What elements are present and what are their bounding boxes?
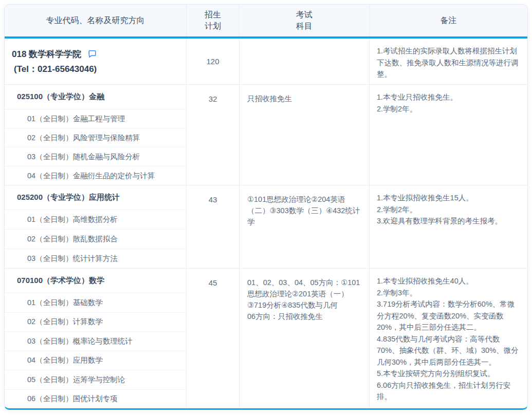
program-section-025100: 025100（专业学位）金融 01（全日制）金融工程与管理 02（全日制）风险管… xyxy=(5,84,527,185)
table-header: 专业代码、名称及研究方向 招生 计划 考试 科目 备注 xyxy=(5,5,527,39)
admissions-table: 专业代码、名称及研究方向 招生 计划 考试 科目 备注 018 数学科学学院 (… xyxy=(4,4,528,410)
department-remarks-cell: 1.考试招生的实际录取人数将根据招生计划下达数、推免录取人数和生源情况等进行调整… xyxy=(369,39,527,84)
exam-line: ①101思想政治理论②204英语（二）③303数学（三）④432统计学 xyxy=(247,194,362,228)
remark-line: 2.学制2年。 xyxy=(377,103,521,115)
direction-row: 05（全日制）运筹学与控制论 xyxy=(5,370,186,390)
department-tel: (Tel：021-65643046) xyxy=(12,63,181,75)
remark-line: 2.学制2年。 xyxy=(377,204,521,216)
direction-row: 02（全日制）风险管理与保险精算 xyxy=(5,128,186,147)
direction-row: 01（全日制）基础数学 xyxy=(5,293,186,313)
direction-row: 04（全日制）应用数学 xyxy=(5,351,186,371)
program-remarks-cell: 1.本专业拟招收推免生40人。 2.学制3年。 3.719分析考试内容：数学分析… xyxy=(369,269,527,408)
program-plan: 43 xyxy=(186,185,239,268)
department-exam-cell xyxy=(239,39,369,84)
direction-row: 02（全日制）散乱数据拟合 xyxy=(5,230,186,249)
program-plan: 32 xyxy=(186,85,239,185)
header-col-plan: 招生 计划 xyxy=(186,5,239,36)
program-remarks-cell: 1.本专业只招收推免生。 2.学制2年。 xyxy=(369,85,527,185)
program-directions: 025100（专业学位）金融 01（全日制）金融工程与管理 02（全日制）风险管… xyxy=(5,85,186,185)
program-exam-cell: ①101思想政治理论②204英语（二）③303数学（三）④432统计学 xyxy=(239,185,369,268)
program-exam-cell: 01、02、03、04、05方向：①101思想政治理论②201英语（一）③719… xyxy=(239,269,369,408)
remark-line: 2.学制3年。 xyxy=(377,287,521,299)
remark-line: 1.本专业拟招收推免生15人。 xyxy=(377,192,521,204)
program-section-025200: 025200（专业学位）应用统计 01（全日制）高维数据分析 02（全日制）散乱… xyxy=(5,185,527,268)
remark-line: 4.835代数与几何考试内容：高等代数70%、抽象代数（群、环、域）30%、微分… xyxy=(377,333,521,368)
department-cell: 018 数学科学学院 (Tel：021-65643046) xyxy=(5,39,186,84)
exam-line: 06方向：只招收推免生 xyxy=(247,311,362,322)
program-directions: 025200（专业学位）应用统计 01（全日制）高维数据分析 02（全日制）散乱… xyxy=(5,185,186,268)
program-plan: 45 xyxy=(186,269,239,408)
program-section-070100: 070100（学术学位）数学 01（全日制）基础数学 02（全日制）计算数学 0… xyxy=(5,268,527,408)
remark-line: 1.本专业只招收推免生。 xyxy=(377,91,521,103)
remark-line: 1.本专业拟招收推免生40人。 xyxy=(377,275,521,287)
remark-line: 3.719分析考试内容：数学分析60%、常微分方程20%、复变函数20%、实变函… xyxy=(377,298,521,333)
program-title: 070100（学术学位）数学 xyxy=(5,269,186,293)
exam-line: 只招收推免生 xyxy=(247,93,362,104)
direction-row: 06（全日制）国优计划专项 xyxy=(5,390,186,409)
comment-bubble-icon[interactable] xyxy=(87,49,97,59)
department-title: 018 数学科学学院 xyxy=(12,48,81,60)
remark-line: 5.本专业按研究方向分别组织复试。 xyxy=(377,368,521,380)
remark-line: 3.欢迎具有数理学科背景的考生报考。 xyxy=(377,215,521,227)
direction-row: 01（全日制）金融工程与管理 xyxy=(5,109,186,128)
remark-line: 1.考试招生的实际录取人数将根据招生计划下达数、推免录取人数和生源情况等进行调整… xyxy=(377,45,521,80)
remark-line: 6.06方向只招收推免生，招生计划另行安排。 xyxy=(377,380,521,403)
exam-line: 01、02、03、04、05方向：①101思想政治理论②201英语（一）③719… xyxy=(247,277,362,311)
direction-row: 01（全日制）高维数据分析 xyxy=(5,210,186,230)
header-col-exam: 考试 科目 xyxy=(239,5,369,36)
header-col-remarks: 备注 xyxy=(369,5,527,36)
program-exam-cell: 只招收推免生 xyxy=(239,85,369,185)
direction-row: 03（全日制）随机金融与风险分析 xyxy=(5,147,186,166)
program-title: 025100（专业学位）金融 xyxy=(5,85,186,109)
department-row: 018 数学科学学院 (Tel：021-65643046) 120 1.考试招生… xyxy=(5,39,527,84)
direction-row: 02（全日制）计算数学 xyxy=(5,313,186,332)
direction-row: 04（全日制）金融衍生品的定价与计算 xyxy=(5,166,186,185)
program-remarks-cell: 1.本专业拟招收推免生15人。 2.学制2年。 3.欢迎具有数理学科背景的考生报… xyxy=(369,185,527,268)
program-directions: 070100（学术学位）数学 01（全日制）基础数学 02（全日制）计算数学 0… xyxy=(5,269,186,408)
direction-row: 03（全日制）统计计算方法 xyxy=(5,249,186,268)
department-plan: 120 xyxy=(186,39,239,84)
program-title: 025200（专业学位）应用统计 xyxy=(5,185,186,210)
header-col-major: 专业代码、名称及研究方向 xyxy=(5,5,186,36)
direction-row: 03（全日制）概率论与数理统计 xyxy=(5,332,186,351)
